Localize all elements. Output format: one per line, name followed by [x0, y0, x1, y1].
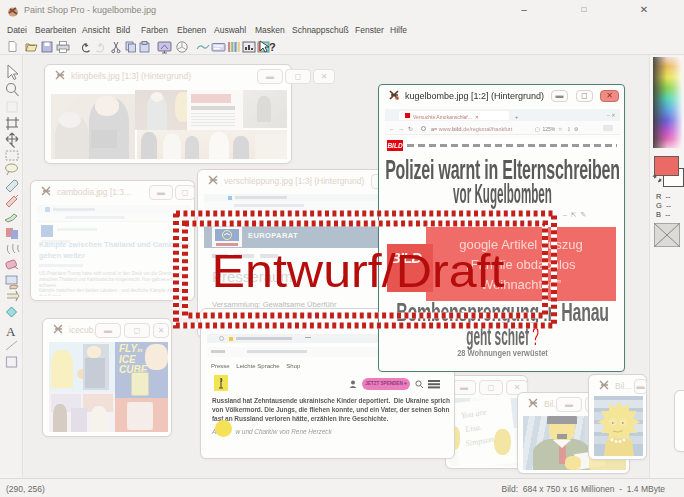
svg-text:Entwurf/Draft: Entwurf/Draft [212, 245, 505, 297]
